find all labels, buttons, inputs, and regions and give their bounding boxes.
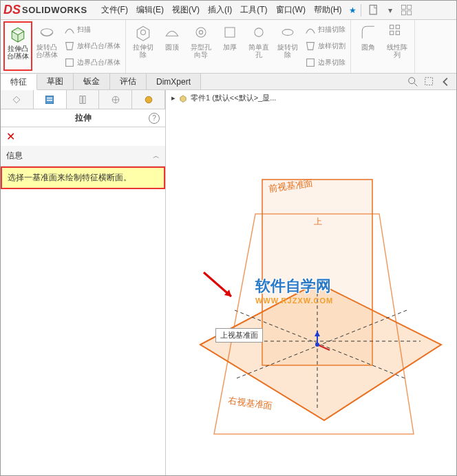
svg-rect-15 bbox=[396, 25, 399, 29]
command-tabs: 特征 草图 钣金 评估 DimXpert bbox=[1, 74, 456, 90]
panel-tab-display[interactable] bbox=[132, 90, 165, 109]
linear-pattern-button[interactable]: 线性阵列 bbox=[383, 21, 412, 60]
help-icon[interactable]: ? bbox=[149, 113, 160, 124]
simple-hole-button[interactable]: 简单直孔 bbox=[244, 21, 273, 71]
menu-edit[interactable]: 编辑(E) bbox=[132, 4, 168, 16]
svg-rect-19 bbox=[425, 77, 433, 85]
svg-rect-10 bbox=[225, 28, 235, 37]
revolve-boss-button[interactable]: 旋转凸台/基体 bbox=[32, 21, 61, 71]
ribbon-group-boss: 拉伸凸台/基体 旋转凸台/基体 扫描 放样凸台/基体 边界凸台/基体 bbox=[1, 20, 126, 73]
svg-rect-0 bbox=[370, 5, 376, 14]
menu-file[interactable]: 文件(F) bbox=[97, 4, 132, 16]
svg-rect-4 bbox=[407, 10, 411, 14]
info-message: 选择一基准面来绘制特征横断面。 bbox=[1, 166, 165, 189]
panel-tab-property[interactable] bbox=[34, 90, 67, 109]
views-button[interactable] bbox=[398, 3, 415, 18]
extrude-boss-button[interactable]: 拉伸凸台/基体 bbox=[3, 21, 32, 71]
menu-separator bbox=[361, 4, 361, 17]
cut-revolve-button[interactable]: 旋转切除 bbox=[273, 21, 302, 71]
expand-icon[interactable]: ▸ bbox=[171, 94, 176, 102]
svg-point-27 bbox=[315, 343, 319, 347]
prev-view-icon[interactable] bbox=[440, 76, 452, 88]
new-doc-dropdown[interactable]: ▾ bbox=[382, 3, 398, 18]
zoom-area-icon[interactable] bbox=[423, 76, 436, 88]
workspace: 拉伸 ? ✕ 信息 ︿ 选择一基准面来绘制特征横断面。 ▸ 零件1 (默认<<默… bbox=[1, 90, 456, 476]
dome-button[interactable]: 圆顶 bbox=[158, 21, 187, 71]
cut-extrude-button[interactable]: 拉伸切除 bbox=[129, 21, 158, 71]
svg-rect-17 bbox=[396, 31, 399, 34]
svg-point-18 bbox=[409, 77, 415, 83]
menu-tools[interactable]: 工具(T) bbox=[236, 4, 271, 16]
right-plane-label: 右视基准面 bbox=[228, 395, 273, 411]
extrude-boss-label: 拉伸凸台/基体 bbox=[6, 45, 30, 60]
svg-rect-21 bbox=[47, 97, 52, 98]
svg-point-5 bbox=[41, 29, 53, 36]
watermark: 软件自学网 WWW.RJZXW.COM bbox=[255, 276, 333, 305]
app-logo: DS SOLIDWORKS bbox=[3, 3, 87, 17]
tab-features[interactable]: 特征 bbox=[1, 74, 37, 90]
cut-boundary-button[interactable]: 边界切除 bbox=[302, 54, 348, 71]
boundary-button[interactable]: 边界凸台/基体 bbox=[61, 54, 123, 71]
tab-evaluate[interactable]: 评估 bbox=[110, 74, 147, 89]
property-title: 拉伸 bbox=[17, 112, 149, 124]
graphics-viewport[interactable]: ▸ 零件1 (默认<<默认>_显... 软件自学网 WWW.RJZXW.COM … bbox=[166, 90, 456, 476]
plane-tooltip: 上视基准面 bbox=[215, 328, 263, 343]
svg-rect-13 bbox=[306, 59, 314, 67]
menu-view[interactable]: 视图(V) bbox=[168, 4, 204, 16]
svg-rect-23 bbox=[80, 96, 82, 103]
thicken-button[interactable]: 加厚 bbox=[215, 21, 244, 71]
cut-sweep-button[interactable]: 扫描切除 bbox=[302, 21, 348, 38]
menu-window[interactable]: 窗口(W) bbox=[272, 4, 310, 16]
sweep-button[interactable]: 扫描 bbox=[61, 21, 123, 38]
view-toolbar bbox=[407, 74, 456, 89]
svg-point-12 bbox=[282, 30, 293, 36]
menu-help[interactable]: 帮助(H) bbox=[310, 4, 346, 16]
watermark-text: 软件自学网 bbox=[255, 277, 331, 294]
menu-bar: DS SOLIDWORKS 文件(F) 编辑(E) 视图(V) 插入(I) 工具… bbox=[1, 1, 456, 20]
watermark-url: WWW.RJZXW.COM bbox=[255, 296, 333, 305]
panel-tab-dimxpert[interactable] bbox=[99, 90, 132, 109]
tab-sketch[interactable]: 草图 bbox=[37, 74, 74, 89]
cancel-button[interactable]: ✕ bbox=[1, 127, 165, 146]
section-info-label: 信息 bbox=[6, 150, 23, 162]
feature-manager-panel: 拉伸 ? ✕ 信息 ︿ 选择一基准面来绘制特征横断面。 bbox=[1, 90, 166, 476]
zoom-fit-icon[interactable] bbox=[407, 76, 419, 88]
top-plane-label-inline: 上 bbox=[314, 217, 322, 226]
svg-rect-16 bbox=[390, 31, 393, 34]
ribbon-toolbar: 拉伸凸台/基体 旋转凸台/基体 扫描 放样凸台/基体 边界凸台/基体 bbox=[1, 20, 456, 74]
cut-loft-button[interactable]: 放样切割 bbox=[302, 38, 348, 54]
svg-rect-3 bbox=[401, 10, 405, 14]
new-doc-button[interactable] bbox=[365, 3, 382, 18]
svg-rect-1 bbox=[401, 5, 405, 9]
panel-tab-config[interactable] bbox=[67, 90, 100, 109]
svg-rect-22 bbox=[47, 100, 52, 101]
svg-rect-14 bbox=[390, 25, 393, 29]
loft-button[interactable]: 放样凸台/基体 bbox=[61, 38, 123, 54]
tab-sheetmetal[interactable]: 钣金 bbox=[74, 74, 110, 89]
reference-planes[interactable]: 前视基准面 右视基准面 上 bbox=[180, 173, 455, 468]
section-info-header[interactable]: 信息 ︿ bbox=[1, 146, 165, 166]
svg-point-11 bbox=[255, 28, 263, 36]
panel-tabs bbox=[1, 90, 165, 109]
chevron-up-icon: ︿ bbox=[153, 151, 160, 161]
logo-ds-icon: DS bbox=[3, 3, 21, 17]
svg-rect-2 bbox=[407, 5, 411, 9]
svg-point-7 bbox=[140, 30, 145, 35]
svg-rect-6 bbox=[66, 59, 74, 67]
ribbon-group-feature: 圆角 线性阵列 bbox=[351, 20, 415, 73]
menu-pin-icon[interactable]: ★ bbox=[349, 6, 357, 15]
svg-point-8 bbox=[196, 28, 206, 37]
revolve-boss-label: 旋转凸台/基体 bbox=[34, 43, 60, 58]
property-header: 拉伸 ? bbox=[1, 109, 165, 127]
ribbon-group-cut: 拉伸切除 圆顶 异型孔向导 加厚 简单直孔 旋转切除 bbox=[126, 20, 351, 73]
part-name: 零件1 (默认<<默认>_显... bbox=[191, 93, 276, 103]
flyout-tree[interactable]: ▸ 零件1 (默认<<默认>_显... bbox=[171, 93, 276, 103]
annotation-arrow-icon bbox=[200, 269, 242, 303]
tab-dimxpert[interactable]: DimXpert bbox=[147, 74, 201, 89]
fillet-button[interactable]: 圆角 bbox=[354, 21, 383, 60]
logo-text: SOLIDWORKS bbox=[22, 5, 87, 15]
hole-wizard-button[interactable]: 异型孔向导 bbox=[187, 21, 215, 71]
svg-rect-24 bbox=[83, 96, 85, 103]
panel-tab-feature-tree[interactable] bbox=[1, 90, 34, 109]
menu-insert[interactable]: 插入(I) bbox=[204, 4, 236, 16]
